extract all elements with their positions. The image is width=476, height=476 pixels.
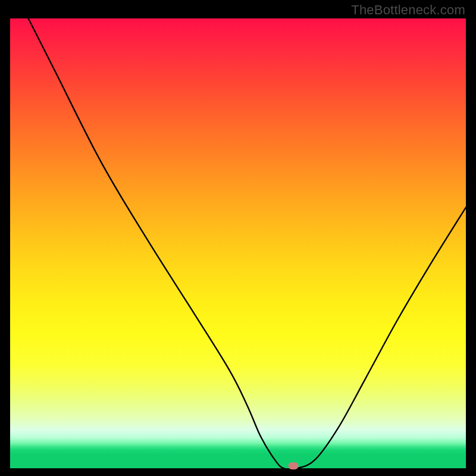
watermark-text: TheBottleneck.com xyxy=(351,2,465,18)
bottleneck-curve xyxy=(10,18,466,468)
optimal-point-marker xyxy=(289,462,299,469)
chart-frame xyxy=(10,18,466,468)
